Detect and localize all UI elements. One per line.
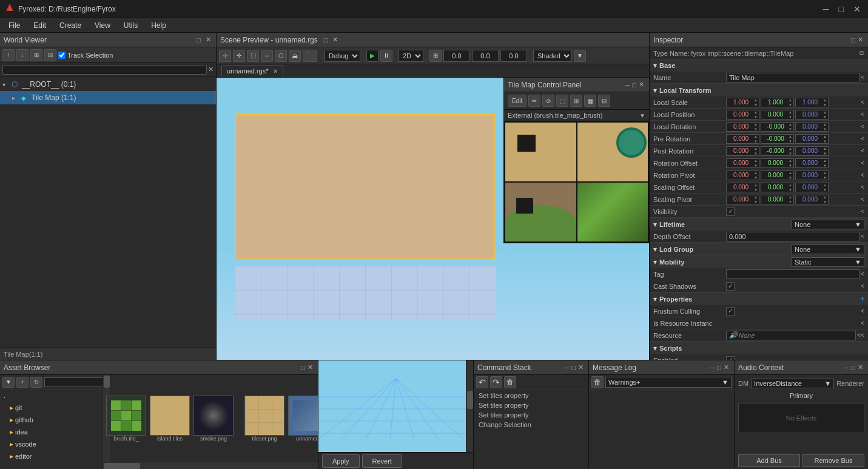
tool-move[interactable]: ✛ bbox=[233, 50, 245, 62]
local-scale-x[interactable]: 1.000 ▲▼ bbox=[726, 98, 759, 107]
tilemap-close-btn[interactable]: ✕ bbox=[638, 81, 645, 89]
asset-refresh-btn[interactable]: ↻ bbox=[30, 377, 42, 388]
pre-rot-arrow[interactable]: < bbox=[861, 135, 864, 142]
world-viewer-dock-btn[interactable]: □ bbox=[195, 36, 202, 44]
resource-arrow[interactable]: << bbox=[857, 332, 864, 339]
tilemap-tool-erase[interactable]: ⊘ bbox=[542, 95, 554, 107]
debug-mode-select[interactable]: Debug bbox=[325, 50, 360, 62]
local-scale-z[interactable]: 1.000 ▲▼ bbox=[795, 98, 829, 107]
cmd-stack-close[interactable]: ✕ bbox=[577, 363, 585, 371]
rot-pivot-z[interactable]: 0.000 ▲▼ bbox=[795, 170, 829, 180]
post-rot-x[interactable]: 0.000 ▲▼ bbox=[726, 146, 759, 156]
local-rot-y[interactable]: -0.000 ▲▼ bbox=[761, 122, 794, 132]
local-rot-x[interactable]: 0.000 ▲▼ bbox=[726, 122, 759, 132]
tag-value[interactable] bbox=[726, 269, 860, 279]
properties-add-btn[interactable]: + bbox=[860, 295, 864, 303]
inspector-copy-icon[interactable]: ⧉ bbox=[860, 49, 864, 57]
asset-thumb-brush[interactable]: brush.tile_ bbox=[106, 396, 147, 442]
tool-extra[interactable]: ⬛ bbox=[303, 50, 317, 62]
local-scale-y[interactable]: 1.000 ▲▼ bbox=[761, 98, 794, 107]
tilemap-tool-select[interactable]: ⬚ bbox=[556, 95, 568, 107]
close-button[interactable]: ✕ bbox=[851, 4, 863, 14]
tag-arrow[interactable]: < bbox=[861, 271, 864, 277]
cmd-item-0[interactable]: Set tiles property bbox=[474, 391, 588, 400]
base-section-header[interactable]: ▾ Base bbox=[650, 59, 868, 72]
depth-offset-value[interactable]: 0.000 bbox=[726, 232, 860, 241]
audio-close[interactable]: ✕ bbox=[856, 363, 864, 371]
cmd-undo-btn[interactable]: ↶ bbox=[476, 376, 488, 388]
tool-terrain[interactable]: ⛰ bbox=[289, 50, 301, 62]
tree-item-root[interactable]: ▾ ⬡ __ROOT__ (0:1) bbox=[0, 78, 216, 91]
local-pos-x[interactable]: 0.000 ▲▼ bbox=[726, 110, 759, 120]
cast-shadows-arrow[interactable]: < bbox=[861, 283, 864, 289]
scale-offset-x[interactable]: 0.000 ▲▼ bbox=[726, 183, 759, 192]
asset-thumb-unnamed[interactable]: unnamed. bbox=[288, 396, 318, 442]
add-bus-button[interactable]: Add Bus bbox=[738, 454, 800, 467]
scale-offset-z[interactable]: 0.000 ▲▼ bbox=[795, 183, 829, 192]
audio-dm-dropdown[interactable]: InverseDistance ▼ bbox=[751, 379, 834, 388]
local-pos-z[interactable]: 0.000 ▲▼ bbox=[795, 110, 829, 120]
msg-log-close[interactable]: ✕ bbox=[722, 363, 730, 371]
lod-group-header[interactable]: ▾ Lod Group None▼ bbox=[650, 243, 868, 255]
wv-btn-collapse[interactable]: ⊟ bbox=[44, 49, 56, 61]
audio-min[interactable]: ─ bbox=[843, 364, 850, 371]
tilemap-tool-pencil[interactable]: ✏ bbox=[528, 95, 540, 107]
minimize-button[interactable]: ─ bbox=[821, 4, 832, 14]
tool-rotate[interactable]: ⬚ bbox=[247, 50, 259, 62]
local-pos-y[interactable]: 0.000 ▲▼ bbox=[761, 110, 794, 120]
asset-folder-vscode[interactable]: ▸ vscode bbox=[0, 438, 103, 450]
name-value[interactable]: Tile Map bbox=[726, 73, 860, 83]
revert-button[interactable]: Revert bbox=[362, 454, 402, 468]
asset-thumb-tileset[interactable]: tileset.png bbox=[244, 396, 285, 442]
cmd-clear-btn[interactable]: 🗑 bbox=[504, 376, 516, 388]
asset-folder-root[interactable]: . bbox=[0, 390, 103, 402]
cmd-stack-min[interactable]: ─ bbox=[564, 364, 571, 371]
scale-pivot-z[interactable]: 0.000 ▲▼ bbox=[795, 195, 829, 204]
wv-btn-down[interactable]: ↓ bbox=[16, 49, 29, 61]
pre-rot-x[interactable]: 0.000 ▲▼ bbox=[726, 134, 759, 144]
scene-tab-unnamed[interactable]: unnamed.rgs* ✕ bbox=[221, 66, 283, 76]
maximize-button[interactable]: □ bbox=[836, 4, 846, 14]
lifetime-value[interactable]: None▼ bbox=[792, 220, 864, 229]
audio-dock[interactable]: □ bbox=[850, 364, 856, 371]
frustum-culling-arrow[interactable]: < bbox=[861, 308, 864, 314]
world-viewer-close-btn[interactable]: ✕ bbox=[204, 36, 212, 44]
play-btn[interactable]: ▶ bbox=[366, 50, 378, 62]
rot-offset-y[interactable]: 0.000 ▲▼ bbox=[761, 158, 794, 168]
asset-add-btn[interactable]: + bbox=[16, 377, 29, 388]
scripts-header[interactable]: ▾ Scripts bbox=[650, 342, 868, 354]
resource-value[interactable]: 🔊None bbox=[726, 331, 856, 340]
cmd-redo-btn[interactable]: ↷ bbox=[490, 376, 502, 388]
scene-close-btn[interactable]: ✕ bbox=[331, 36, 339, 44]
local-transform-header[interactable]: ▾ Local Transform bbox=[650, 84, 868, 96]
inspector-close-btn[interactable]: ✕ bbox=[856, 36, 864, 44]
lod-group-value[interactable]: None▼ bbox=[792, 245, 864, 254]
pre-rot-z[interactable]: 0.000 ▲▼ bbox=[795, 134, 829, 144]
asset-folder-github[interactable]: ▸ github bbox=[0, 414, 103, 426]
menu-edit[interactable]: Edit bbox=[27, 20, 52, 31]
msg-log-min[interactable]: ─ bbox=[709, 364, 716, 371]
coord-x[interactable] bbox=[443, 50, 470, 62]
tilemap-brush-dropdown[interactable]: ▼ bbox=[639, 112, 645, 119]
msg-filter-dropdown[interactable]: Warnings+ ▼ bbox=[605, 377, 732, 388]
post-rot-arrow[interactable]: < bbox=[861, 147, 864, 154]
rot-offset-arrow[interactable]: < bbox=[861, 160, 864, 166]
tilemap-tool-edit[interactable]: Edit bbox=[508, 95, 527, 107]
tool-path[interactable]: ⬡ bbox=[275, 50, 287, 62]
inspector-dock-btn[interactable]: □ bbox=[850, 36, 856, 44]
tilemap-max-btn[interactable]: □ bbox=[631, 81, 638, 89]
tilemap-tool-fill[interactable]: ⊞ bbox=[570, 95, 582, 107]
asset-folder-editor[interactable]: ▸ editor bbox=[0, 450, 103, 462]
tilemap-tool-minus[interactable]: ⊟ bbox=[598, 95, 610, 107]
track-selection-checkbox[interactable] bbox=[58, 52, 66, 59]
menu-help[interactable]: Help bbox=[145, 20, 172, 31]
asset-browser-dock-btn[interactable]: □ bbox=[300, 364, 306, 371]
local-rot-z[interactable]: 0.000 ▲▼ bbox=[795, 122, 829, 132]
asset-toolbar-btn1[interactable]: ▼ bbox=[2, 377, 15, 388]
cast-shadows-checkbox[interactable]: ✓ bbox=[726, 282, 735, 291]
properties-header[interactable]: ▾ Properties + bbox=[650, 293, 868, 305]
tool-scale[interactable]: ↔ bbox=[261, 50, 273, 62]
scene-dock-btn[interactable]: □ bbox=[323, 36, 329, 44]
post-rot-y[interactable]: -0.000 ▲▼ bbox=[761, 146, 794, 156]
cmd-item-3[interactable]: Change Selection bbox=[474, 420, 588, 430]
